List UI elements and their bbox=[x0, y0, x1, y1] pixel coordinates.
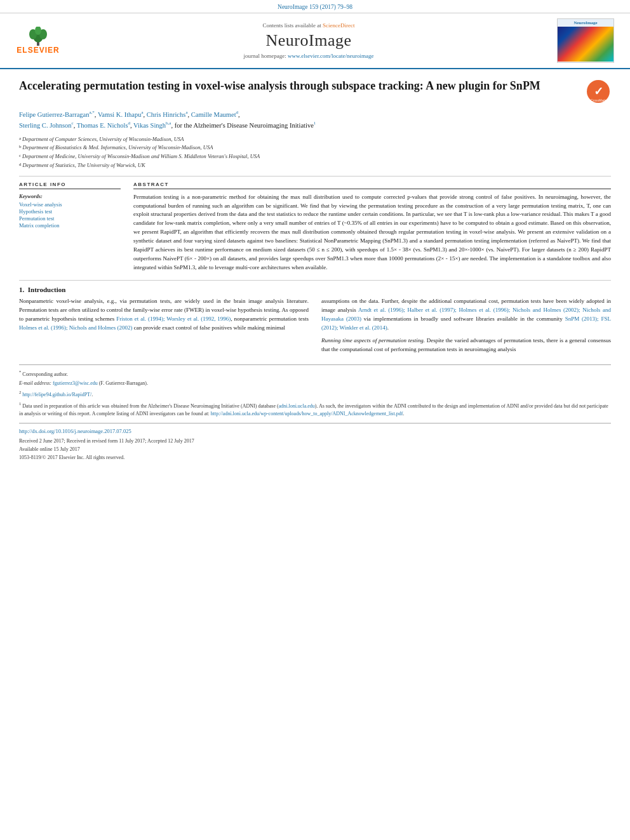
thumb-title: NeuroImage bbox=[558, 19, 613, 27]
journal-header: ELSEVIER Contents lists available at Sci… bbox=[0, 13, 630, 69]
keywords-label: Keywords: bbox=[19, 193, 121, 199]
abstract-text: Permutation testing is a non-parametric … bbox=[133, 193, 611, 272]
doi-link[interactable]: http://dx.doi.org/10.1016/j.neuroimage.2… bbox=[19, 428, 131, 434]
crossmark-badge: ✓ CrossMark bbox=[586, 79, 611, 104]
ref-snpm[interactable]: SnPM (2013); FSL (2012); Winkler et al. … bbox=[321, 316, 611, 331]
page-wrapper: NeuroImage 159 (2017) 79–98 ELSEVIER Con… bbox=[0, 0, 630, 840]
authors-section: Felipe Gutierrez-Barragana,*, Vamsi K. I… bbox=[19, 109, 611, 131]
author-2: Vamsi K. Ithapu bbox=[98, 111, 142, 118]
author-suffix: for the Alzheimer's Disease Neuroimaging… bbox=[175, 122, 314, 129]
svg-text:✓: ✓ bbox=[594, 85, 603, 98]
author-1: Felipe Gutierrez-Barragan bbox=[19, 111, 90, 118]
article-title-section: Accelerating permutation testing in voxe… bbox=[19, 79, 611, 104]
keyword-2: Hypothesis test bbox=[19, 208, 121, 215]
section-divider-2 bbox=[19, 280, 611, 281]
abstract-header: ABSTRACT bbox=[133, 182, 611, 189]
author-3: Chris Hinrichs bbox=[147, 111, 186, 118]
keyword-4: Matrix completion bbox=[19, 222, 121, 229]
journal-homepage: journal homepage: www.elsevier.com/locat… bbox=[244, 53, 374, 59]
author-5: Sterling C. Johnson bbox=[19, 122, 72, 129]
article-title: Accelerating permutation testing in voxe… bbox=[19, 79, 586, 93]
author-4: Camille Maumet bbox=[191, 111, 236, 118]
elsevier-logo: ELSEVIER bbox=[13, 25, 64, 57]
affiliation-b: b Department of Biostatistics & Med. Inf… bbox=[19, 143, 611, 152]
main-content: Accelerating permutation testing in voxe… bbox=[0, 69, 630, 469]
ref-holmes[interactable]: Holmes et al. (1996); Nichols and Holmes… bbox=[19, 324, 132, 331]
github-link[interactable]: http://felipe94.github.io/RapidPT/ bbox=[22, 392, 91, 397]
header-left: ELSEVIER bbox=[13, 18, 64, 63]
homepage-link[interactable]: www.elsevier.com/locate/neuroimage bbox=[288, 53, 373, 59]
affiliation-d: d Department of Statistics, The Universi… bbox=[19, 161, 611, 170]
intro-para-2: assumptions on the data. Further, despit… bbox=[321, 297, 611, 333]
intro-para-3: Running time aspects of permutation test… bbox=[321, 337, 611, 354]
ref-friston[interactable]: Friston et al. (1994); Worsley et al. (1… bbox=[116, 316, 231, 322]
adni-link[interactable]: adni.loni.ucla.edu bbox=[279, 403, 315, 409]
adni-investigators-link[interactable]: http://adni.loni.ucla.edu/wp-content/upl… bbox=[211, 411, 403, 417]
thumb-image bbox=[557, 27, 614, 62]
elsevier-tree-icon bbox=[25, 27, 51, 46]
footnote-email: E-mail address: fgutierrez3@wisc.edu (F.… bbox=[19, 380, 611, 387]
svg-text:CrossMark: CrossMark bbox=[591, 98, 607, 102]
footnotes-area: * Corresponding author. E-mail address: … bbox=[19, 364, 611, 418]
elsevier-text: ELSEVIER bbox=[17, 46, 59, 55]
article-info-header: ARTICLE INFO bbox=[19, 182, 121, 189]
author-6: Thomas E. Nichols bbox=[77, 122, 128, 129]
article-info-col: ARTICLE INFO Keywords: Voxel-wise analys… bbox=[19, 182, 121, 272]
copyright-line: 1053-8119/© 2017 Elsevier Inc. All right… bbox=[19, 454, 611, 462]
bottom-info: http://dx.doi.org/10.1016/j.neuroimage.2… bbox=[19, 423, 611, 462]
header-center: Contents lists available at ScienceDirec… bbox=[64, 18, 554, 63]
sciencedirect-link[interactable]: ScienceDirect bbox=[323, 22, 354, 29]
intro-col-left: Nonparametric voxel-wise analysis, e.g.,… bbox=[19, 297, 309, 358]
footnote-1: 1 Data used in preparation of this artic… bbox=[19, 401, 611, 418]
doi-line: http://dx.doi.org/10.1016/j.neuroimage.2… bbox=[19, 427, 611, 436]
header-right: NeuroImage bbox=[554, 18, 617, 63]
footnote-2: 2 http://felipe94.github.io/RapidPT/. bbox=[19, 389, 611, 399]
neuroimage-thumbnail: NeuroImage bbox=[557, 18, 614, 63]
affiliation-c: c Department of Medicine, University of … bbox=[19, 152, 611, 161]
journal-ref: NeuroImage 159 (2017) 79–98 bbox=[278, 4, 352, 10]
keyword-1: Voxel-wise analysis bbox=[19, 201, 121, 208]
section-header-1: 1. Introduction bbox=[19, 286, 611, 293]
keyword-3: Permutation test bbox=[19, 215, 121, 222]
affiliations-section: a Department of Computer Sciences, Unive… bbox=[19, 135, 611, 170]
abstract-col: ABSTRACT Permutation testing is a non-pa… bbox=[133, 182, 611, 272]
received-line: Received 2 June 2017; Received in revise… bbox=[19, 437, 611, 446]
email-link[interactable]: fgutierrez3@wisc.edu bbox=[53, 380, 98, 386]
intro-para-1: Nonparametric voxel-wise analysis, e.g.,… bbox=[19, 297, 309, 333]
introduction-body: Nonparametric voxel-wise analysis, e.g.,… bbox=[19, 297, 611, 358]
article-info-abstract: ARTICLE INFO Keywords: Voxel-wise analys… bbox=[19, 182, 611, 272]
author-7: Vikas Singh bbox=[133, 122, 166, 129]
introduction-section: 1. Introduction Nonparametric voxel-wise… bbox=[19, 286, 611, 358]
available-line: Available online 15 July 2017 bbox=[19, 446, 611, 454]
footnote-star: * Corresponding author. bbox=[19, 369, 611, 378]
intro-col-right: assumptions on the data. Further, despit… bbox=[321, 297, 611, 358]
top-bar: NeuroImage 159 (2017) 79–98 bbox=[0, 0, 630, 13]
affiliation-a: a Department of Computer Sciences, Unive… bbox=[19, 135, 611, 143]
section-divider-1 bbox=[19, 176, 611, 177]
journal-title: NeuroImage bbox=[266, 31, 352, 50]
sciencedirect-line: Contents lists available at ScienceDirec… bbox=[263, 22, 355, 29]
